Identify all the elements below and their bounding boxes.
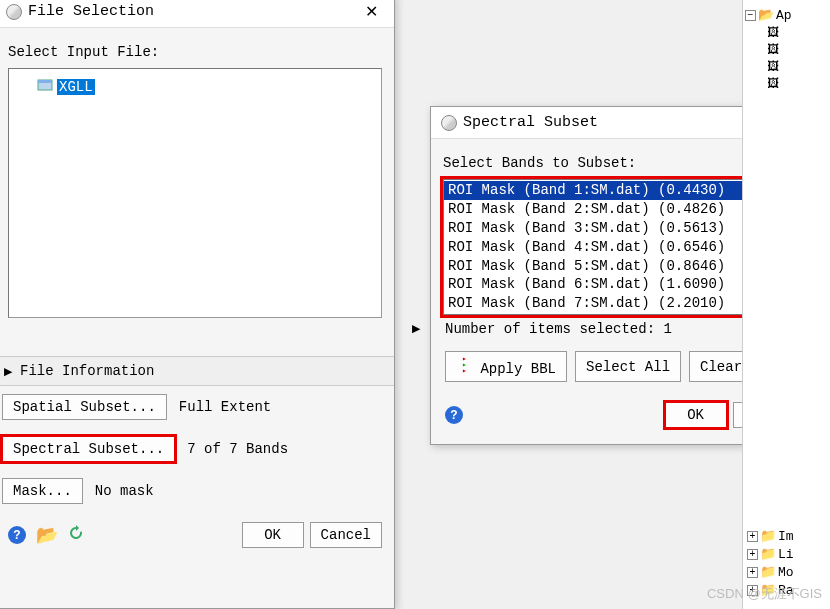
ok-button[interactable]: OK (242, 522, 304, 548)
expand-icon[interactable]: + (747, 585, 758, 596)
file-selection-title: File Selection (28, 3, 154, 20)
ok-button[interactable]: OK (665, 402, 727, 428)
tree-child[interactable]: 🖼 (767, 41, 828, 58)
folder-icon: 📂 (758, 7, 774, 23)
apply-bbl-button[interactable]: ▸▸▸ Apply BBL (445, 351, 567, 382)
layer-icon: 🖼 (767, 25, 779, 40)
tree-root[interactable]: − 📂 Ap (745, 6, 828, 24)
spectral-subset-title: Spectral Subset (463, 114, 598, 131)
file-item[interactable]: XGLL (37, 77, 95, 97)
tree-child[interactable]: 🖼 (767, 58, 828, 75)
refresh-icon[interactable] (68, 525, 84, 545)
bbl-icon: ▸▸▸ (456, 356, 472, 374)
expand-icon[interactable]: + (747, 531, 758, 542)
tree-child[interactable]: 🖼 (767, 24, 828, 41)
spectral-subset-button[interactable]: Spectral Subset... (2, 436, 175, 462)
tree-item[interactable]: + 📁 Im (747, 527, 794, 545)
file-icon (37, 77, 53, 97)
tree-panel: − 📂 Ap 🖼 🖼 🖼 🖼 + 📁 Im + 📁 Li + 📁 Mo + 📁 … (742, 0, 830, 609)
file-selection-window: File Selection ✕ Select Input File: XGLL… (0, 0, 395, 609)
tree-root-label: Ap (776, 8, 792, 23)
svg-rect-1 (38, 80, 52, 83)
envi-icon (441, 115, 457, 131)
mask-button[interactable]: Mask... (2, 478, 83, 504)
tree-item-label: Im (778, 529, 794, 544)
tree-item-label: Ra (778, 583, 794, 598)
expand-arrow-icon[interactable]: ▶ (412, 322, 420, 335)
tree-item-label: Li (778, 547, 794, 562)
help-icon[interactable]: ? (8, 526, 26, 544)
input-file-label: Select Input File: (8, 44, 382, 60)
mask-value: No mask (93, 479, 156, 503)
expand-icon[interactable]: + (747, 567, 758, 578)
cancel-button[interactable]: Cancel (310, 522, 382, 548)
tree-item[interactable]: + 📁 Mo (747, 563, 794, 581)
file-list[interactable]: XGLL (8, 68, 382, 318)
folder-icon: 📁 (760, 564, 776, 580)
apply-bbl-label: Apply BBL (480, 361, 556, 377)
folder-icon: 📁 (760, 546, 776, 562)
expand-icon[interactable]: + (747, 549, 758, 560)
close-icon[interactable]: ✕ (359, 2, 384, 21)
layer-icon: 🖼 (767, 59, 779, 74)
select-all-button[interactable]: Select All (575, 351, 681, 382)
help-icon[interactable]: ? (445, 406, 463, 424)
folder-icon: 📁 (760, 582, 776, 598)
spatial-subset-value: Full Extent (177, 395, 273, 419)
open-folder-icon[interactable]: 📂 (36, 524, 58, 546)
envi-icon (6, 4, 22, 20)
file-name: XGLL (57, 79, 95, 95)
layer-icon: 🖼 (767, 76, 779, 91)
tree-child[interactable]: 🖼 (767, 75, 828, 92)
file-information-header[interactable]: ▶ File Information (0, 356, 394, 386)
folder-icon: 📁 (760, 528, 776, 544)
collapse-icon[interactable]: − (745, 10, 756, 21)
spectral-subset-value: 7 of 7 Bands (185, 437, 290, 461)
file-information-label: File Information (20, 363, 154, 379)
tree-item[interactable]: + 📁 Li (747, 545, 794, 563)
tree-item[interactable]: + 📁 Ra (747, 581, 794, 599)
layer-icon: 🖼 (767, 42, 779, 57)
chevron-right-icon: ▶ (4, 365, 12, 378)
tree-item-label: Mo (778, 565, 794, 580)
spatial-subset-button[interactable]: Spatial Subset... (2, 394, 167, 420)
file-selection-titlebar: File Selection ✕ (0, 0, 394, 28)
